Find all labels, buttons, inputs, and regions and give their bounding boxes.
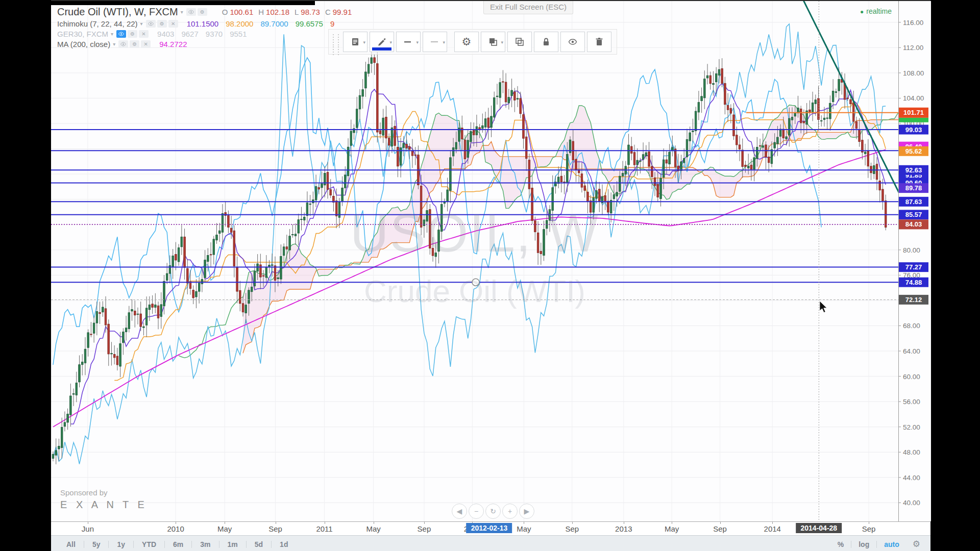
close-icon[interactable]: ✕ — [141, 40, 151, 48]
gear-icon: ⚙ — [462, 36, 472, 48]
svg-text:52.00: 52.00 — [903, 423, 920, 431]
svg-text:56.00: 56.00 — [903, 398, 920, 406]
svg-text:60.00: 60.00 — [903, 373, 920, 381]
time-axis[interactable]: Jun2010MaySep2011MaySep2012MaySep2013May… — [51, 521, 930, 536]
scale-button-auto[interactable]: auto — [877, 538, 906, 550]
zoom-out-button[interactable]: − — [469, 504, 484, 519]
chevron-down-icon[interactable]: ▾ — [113, 41, 115, 47]
layers-button[interactable]: ▾ — [481, 32, 505, 52]
time-label: 2014 — [764, 524, 781, 533]
time-tick — [374, 522, 374, 524]
range-button-1d[interactable]: 1d — [272, 538, 296, 550]
range-button-ytd[interactable]: YTD — [134, 538, 164, 550]
scroll-right-button[interactable]: ▶ — [519, 504, 534, 519]
range-button-all[interactable]: All — [58, 538, 84, 550]
scroll-left-button[interactable]: ◀ — [452, 504, 467, 519]
svg-text:92.63: 92.63 — [905, 166, 922, 174]
indicator-value: 98.2000 — [226, 19, 253, 28]
time-tick — [869, 522, 869, 524]
svg-text:89.78: 89.78 — [905, 184, 922, 192]
templates-button[interactable]: ▾ — [343, 32, 368, 52]
chevron-down-icon[interactable]: ▾ — [111, 31, 113, 37]
gear-icon[interactable]: ⚙ — [198, 8, 207, 16]
svg-text:48.00: 48.00 — [903, 448, 920, 456]
line-style-thick-button[interactable]: ▾ — [396, 32, 421, 52]
svg-text:84.03: 84.03 — [905, 220, 922, 228]
scale-button-log[interactable]: log — [851, 538, 876, 550]
range-button-5d[interactable]: 5d — [247, 538, 271, 550]
gear-icon[interactable]: ⚙ — [130, 40, 139, 48]
legend: Crude Oil (WTI), W, FXCM ▾ ⚙ O100.61 H10… — [57, 6, 352, 50]
range-button-3m[interactable]: 3m — [192, 538, 218, 550]
chevron-down-icon[interactable]: ▾ — [181, 9, 183, 15]
time-tick — [672, 522, 672, 524]
time-label: Sep — [418, 524, 431, 533]
range-button-5y[interactable]: 5y — [84, 538, 109, 550]
svg-text:80.00: 80.00 — [903, 246, 920, 254]
chart-container: USOIL, W Crude Oil (WTI) 116.00112.00108… — [51, 0, 930, 551]
indicator-row-ichimoku[interactable]: Ichimoku (7, 22, 44, 22) ▾ ⚙ ✕ 101.15009… — [57, 19, 352, 28]
time-label: Sep — [862, 524, 876, 533]
time-tick — [720, 522, 721, 524]
svg-text:85.57: 85.57 — [905, 211, 922, 218]
svg-text:108.00: 108.00 — [903, 69, 924, 77]
drag-handle[interactable] — [332, 33, 340, 51]
time-axis-badge: 2014-04-28 — [796, 523, 842, 533]
reset-button[interactable]: ↻ — [485, 504, 501, 519]
lock-button[interactable] — [534, 32, 558, 52]
symbol-title[interactable]: Crude Oil (WTI), W, FXCM — [57, 6, 178, 18]
left-letterbox — [0, 0, 51, 551]
eye-icon[interactable] — [118, 40, 128, 48]
indicator-values: 94.2722 — [159, 40, 194, 48]
remove-button[interactable] — [587, 32, 611, 52]
sponsor-name: E X A N T E — [60, 499, 148, 511]
realtime-status: ●realtime — [860, 7, 892, 15]
gear-icon[interactable]: ⚙ — [157, 20, 167, 28]
eye-icon[interactable] — [116, 30, 126, 38]
chart-plot-area[interactable] — [51, 1, 898, 521]
draw-button[interactable]: ▾ — [370, 32, 394, 52]
time-label: May — [217, 524, 232, 533]
close-icon[interactable]: ✕ — [168, 20, 178, 28]
time-label: 2010 — [167, 524, 184, 533]
svg-text:87.63: 87.63 — [905, 198, 922, 206]
close-value: 99.91 — [333, 8, 352, 16]
svg-text:72.12: 72.12 — [905, 296, 922, 304]
symbol-row[interactable]: Crude Oil (WTI), W, FXCM ▾ ⚙ O100.61 H10… — [57, 6, 352, 18]
chart-nav: ◀−↻+▶ — [452, 504, 536, 519]
svg-text:64.00: 64.00 — [903, 347, 920, 355]
sponsor-prefix: Sponsored by — [60, 488, 148, 497]
eye-icon[interactable] — [146, 20, 156, 28]
price-axis[interactable]: 116.00112.00108.00104.00100.0080.0076.00… — [898, 1, 931, 521]
time-tick — [524, 522, 524, 524]
chevron-down-icon[interactable]: ▾ — [140, 21, 143, 27]
settings-button[interactable]: ⚙ — [454, 32, 479, 52]
svg-text:95.62: 95.62 — [905, 147, 922, 155]
clone-button[interactable] — [507, 32, 532, 52]
axis-settings-gear-icon[interactable]: ⚙ — [906, 539, 925, 549]
hide-button[interactable] — [560, 32, 585, 52]
time-label: Jun — [82, 524, 94, 533]
time-label: May — [517, 524, 531, 533]
time-label: 2011 — [316, 524, 332, 533]
time-label: May — [366, 524, 380, 533]
indicator-row-ma200[interactable]: MA (200, close) ▾ ⚙ ✕ 94.2722 — [57, 40, 352, 48]
indicator-value: 9370 — [206, 30, 223, 38]
range-button-1m[interactable]: 1m — [219, 538, 246, 550]
indicator-row-ger30[interactable]: GER30, FXCM ▾ ⚙ ✕ 9403962793709551 — [57, 30, 352, 38]
gear-icon[interactable]: ⚙ — [128, 30, 137, 38]
line-style-thin-button[interactable]: ▾ — [423, 32, 447, 52]
scale-button-%[interactable]: % — [830, 538, 851, 550]
indicator-value: 9627 — [181, 30, 198, 38]
svg-text:104.00: 104.00 — [903, 94, 924, 102]
time-label: Sep — [268, 524, 282, 533]
close-icon[interactable]: ✕ — [139, 30, 149, 38]
zoom-in-button[interactable]: + — [502, 504, 518, 519]
time-tick — [572, 522, 573, 524]
svg-text:101.71: 101.71 — [903, 109, 924, 116]
range-button-6m[interactable]: 6m — [165, 538, 191, 550]
time-tick — [424, 522, 425, 524]
range-button-1y[interactable]: 1y — [109, 538, 133, 550]
eye-icon[interactable] — [186, 8, 196, 16]
time-tick — [276, 522, 276, 524]
